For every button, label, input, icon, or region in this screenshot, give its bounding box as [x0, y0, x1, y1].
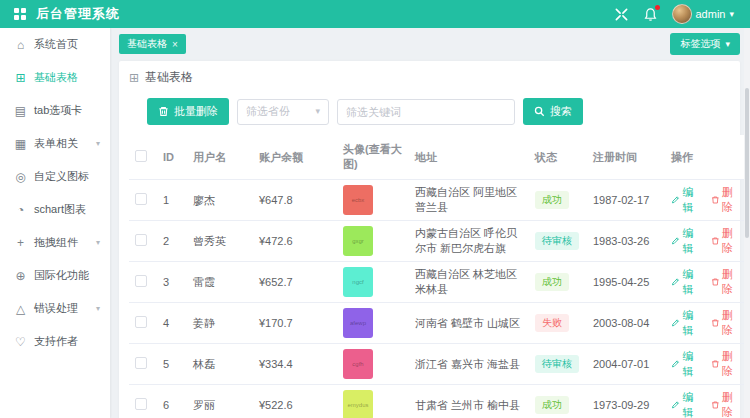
- col-actions: 操作: [665, 135, 747, 180]
- keyword-filter-input[interactable]: [337, 99, 515, 125]
- select-all-checkbox[interactable]: [135, 150, 147, 162]
- avatar-thumbnail[interactable]: cgfh: [343, 349, 373, 379]
- avatar-thumbnail[interactable]: emydus: [343, 390, 373, 418]
- cell-username: 廖杰: [187, 180, 253, 221]
- table-row: 1 廖杰 ¥647.8 ecbx 西藏自治区 阿里地区 普兰县 成功 1987-…: [129, 180, 747, 221]
- delete-button[interactable]: 删除: [711, 226, 742, 256]
- sidebar-item-schart图表[interactable]: ◔ schart图表: [0, 193, 110, 226]
- cell-id: 1: [157, 180, 187, 221]
- tab-close-icon[interactable]: ×: [172, 39, 178, 50]
- cell-balance: ¥170.7: [253, 303, 337, 344]
- row-checkbox[interactable]: [135, 275, 147, 287]
- trash-icon: [711, 318, 720, 328]
- sidebar-nav: ⌂ 系统首页 ⊞ 基础表格 ▤ tab选项卡 ▦ 表单相关 ▾ ◎ 自定义图标 …: [0, 28, 110, 418]
- edit-pencil-icon: [671, 318, 680, 328]
- edit-button[interactable]: 编辑: [671, 267, 702, 297]
- edit-pencil-icon: [671, 236, 680, 246]
- cell-address: 甘肃省 兰州市 榆中县: [409, 385, 529, 418]
- edit-button[interactable]: 编辑: [671, 390, 702, 418]
- table-icon: ⊞: [14, 71, 27, 85]
- avatar-thumbnail[interactable]: gxgr: [343, 226, 373, 256]
- user-menu[interactable]: admin ▾: [672, 4, 735, 24]
- page-scrollbar[interactable]: [744, 28, 750, 418]
- notification-bell-icon[interactable]: [643, 7, 658, 22]
- status-badge: 待审核: [535, 355, 579, 373]
- users-table: ID 用户名 账户余额 头像(查看大图) 地址 状态 注册时间 操作 1 廖杰 …: [129, 135, 747, 418]
- chart-icon: ◔: [14, 203, 27, 217]
- trash-icon: [711, 277, 720, 287]
- sidebar-item-国际化功能[interactable]: ⊕ 国际化功能: [0, 259, 110, 292]
- col-status: 状态: [529, 135, 587, 180]
- sidebar-item-自定义图标[interactable]: ◎ 自定义图标: [0, 160, 110, 193]
- cell-id: 4: [157, 303, 187, 344]
- top-header: 后台管理系统 admin ▾: [0, 0, 750, 28]
- cell-id: 6: [157, 385, 187, 418]
- tag-options-button[interactable]: 标签选项 ▾: [670, 33, 740, 55]
- cell-balance: ¥334.4: [253, 344, 337, 385]
- sidebar-item-tab选项卡[interactable]: ▤ tab选项卡: [0, 94, 110, 127]
- sidebar-item-系统首页[interactable]: ⌂ 系统首页: [0, 28, 110, 61]
- delete-button[interactable]: 删除: [711, 185, 742, 215]
- chevron-down-icon: ▾: [96, 304, 100, 313]
- form-icon: ▦: [14, 137, 27, 151]
- fullscreen-icon[interactable]: [614, 7, 629, 22]
- row-checkbox[interactable]: [135, 357, 147, 369]
- cell-register-date: 1995-04-25: [587, 262, 665, 303]
- cell-register-date: 1987-02-17: [587, 180, 665, 221]
- batch-delete-button[interactable]: 批量删除: [147, 98, 229, 125]
- col-avatar: 头像(查看大图): [337, 135, 409, 180]
- avatar-thumbnail[interactable]: afewp: [343, 308, 373, 338]
- edit-button[interactable]: 编辑: [671, 349, 702, 379]
- avatar-thumbnail[interactable]: ngcf: [343, 267, 373, 297]
- row-checkbox[interactable]: [135, 316, 147, 328]
- table-row: 5 林磊 ¥334.4 cgfh 浙江省 嘉兴市 海盐县 待审核 2004-07…: [129, 344, 747, 385]
- edit-button[interactable]: 编辑: [671, 308, 702, 338]
- avatar-thumbnail[interactable]: ecbx: [343, 185, 373, 215]
- row-checkbox[interactable]: [135, 193, 147, 205]
- table-row: 3 雷霞 ¥652.7 ngcf 西藏自治区 林芝地区 米林县 成功 1995-…: [129, 262, 747, 303]
- edit-pencil-icon: [671, 400, 680, 410]
- sidebar-item-错误处理[interactable]: △ 错误处理 ▾: [0, 292, 110, 325]
- status-badge: 成功: [535, 191, 569, 209]
- app-logo-grid-icon: [14, 8, 26, 20]
- trash-icon: [711, 359, 720, 369]
- cell-username: 曾秀英: [187, 221, 253, 262]
- sidebar-item-支持作者[interactable]: ♡ 支持作者: [0, 325, 110, 358]
- edit-button[interactable]: 编辑: [671, 226, 702, 256]
- cell-balance: ¥652.7: [253, 262, 337, 303]
- delete-button[interactable]: 删除: [711, 349, 742, 379]
- sidebar-item-基础表格[interactable]: ⊞ 基础表格: [0, 61, 110, 94]
- table-row: 2 曾秀英 ¥472.6 gxgr 内蒙古自治区 呼伦贝尔市 新巴尔虎右旗 待审…: [129, 221, 747, 262]
- user-menu-caret-icon: ▾: [729, 10, 734, 19]
- cell-register-date: 1973-09-29: [587, 385, 665, 418]
- col-username: 用户名: [187, 135, 253, 180]
- cell-register-date: 1983-03-26: [587, 221, 665, 262]
- row-checkbox[interactable]: [135, 234, 147, 246]
- delete-button[interactable]: 删除: [711, 308, 742, 338]
- table-toolbar: 批量删除 筛选省份 ▾ 搜索: [147, 98, 730, 125]
- delete-button[interactable]: 删除: [711, 390, 742, 418]
- trash-icon: [711, 400, 720, 410]
- table-header-row: ID 用户名 账户余额 头像(查看大图) 地址 状态 注册时间 操作: [129, 135, 747, 180]
- status-badge: 待审核: [535, 232, 579, 250]
- sidebar-item-表单相关[interactable]: ▦ 表单相关 ▾: [0, 127, 110, 160]
- row-checkbox[interactable]: [135, 398, 147, 410]
- scrollbar-thumb[interactable]: [745, 88, 749, 238]
- status-badge: 失败: [535, 314, 569, 332]
- tabs-icon: ▤: [14, 104, 27, 118]
- breadcrumb: ⊞ 基础表格: [129, 69, 730, 86]
- cell-address: 内蒙古自治区 呼伦贝尔市 新巴尔虎右旗: [409, 221, 529, 262]
- edit-button[interactable]: 编辑: [671, 185, 702, 215]
- page-title: 基础表格: [145, 69, 193, 86]
- province-filter-select[interactable]: 筛选省份 ▾: [237, 99, 329, 125]
- delete-button[interactable]: 删除: [711, 267, 742, 297]
- cell-address: 西藏自治区 阿里地区 普兰县: [409, 180, 529, 221]
- user-avatar[interactable]: [672, 4, 692, 24]
- cell-id: 2: [157, 221, 187, 262]
- chevron-down-icon: ▾: [725, 40, 730, 49]
- search-button[interactable]: 搜索: [523, 98, 583, 125]
- table-icon: ⊞: [129, 71, 139, 85]
- sidebar-item-拖拽组件[interactable]: + 拖拽组件 ▾: [0, 226, 110, 259]
- drag-icon: +: [14, 236, 27, 250]
- tab-basic-table[interactable]: 基础表格 ×: [119, 34, 186, 54]
